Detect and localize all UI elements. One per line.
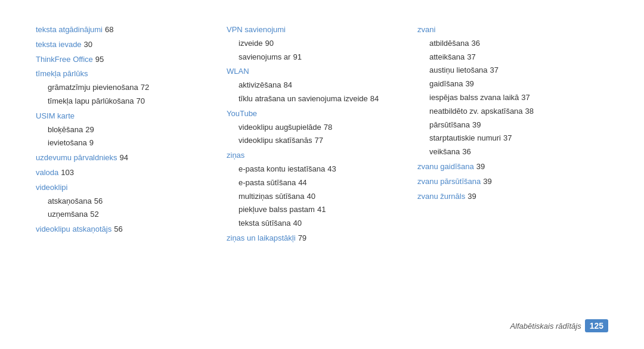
page-number: 37	[467, 52, 475, 61]
index-link[interactable]: videoklipi	[36, 183, 67, 192]
list-item: valoda103	[36, 167, 215, 179]
index-link[interactable]: videoklipu atskaņotājs	[36, 225, 112, 233]
entry-group: zvanu žurnāls39	[417, 191, 596, 203]
list-item: ziņas	[227, 149, 405, 162]
page-number: 30	[84, 40, 92, 49]
page-number: 79	[298, 233, 306, 242]
index-link[interactable]: valoda	[36, 168, 58, 177]
page-number: 84	[370, 94, 379, 103]
sub-entry: multiziņas sūtīšana40	[227, 191, 405, 203]
sub-entry: ievietošana9	[36, 137, 215, 149]
sub-entry: izveide90	[227, 38, 405, 50]
footer-label: Alfabētiskais rādītājs	[510, 322, 581, 331]
page-number: 40	[293, 219, 301, 228]
entry-group: ziņas un laikapstākļi79	[227, 232, 405, 245]
list-item: ziņas un laikapstākļi79	[227, 232, 405, 245]
sub-entry: grāmatzīmju pievienošana72	[36, 82, 215, 94]
entry-group: USIM karte bloķēšana29 ievietošana9	[36, 110, 215, 149]
page-number: 37	[521, 93, 530, 102]
page-number: 41	[317, 205, 326, 214]
index-link[interactable]: zvanu pārsūtīšana	[417, 177, 481, 186]
page-number: 56	[114, 225, 122, 233]
index-link[interactable]: WLAN	[227, 67, 249, 76]
entry-group: teksta ievade30	[36, 39, 215, 51]
page-number: 91	[293, 52, 301, 61]
index-link[interactable]: VPN savienojumi	[227, 25, 286, 34]
page-number: 94	[120, 153, 128, 162]
index-link[interactable]: ThinkFree Office	[36, 55, 93, 64]
list-item: tīmekļa pārlūks	[36, 68, 215, 80]
list-item: ThinkFree Office95	[36, 54, 215, 66]
sub-entry: aktivizēšana84	[227, 79, 405, 92]
index-link[interactable]: uzdevumu pārvaldnieks	[36, 153, 117, 162]
index-column-2: VPN savienojumi izveide90 savienojums ar…	[227, 24, 417, 325]
index-link[interactable]: ziņas	[227, 151, 244, 160]
page-number: 103	[61, 168, 74, 177]
sub-entry: e-pasta sūtīšana44	[227, 177, 405, 189]
sub-entry: austiņu lietošana37	[417, 64, 596, 77]
entry-group: ThinkFree Office95	[36, 54, 215, 66]
entry-group: zvani atbildēšana36 atteikšana37 austiņu…	[417, 24, 596, 158]
list-item: zvani	[417, 24, 596, 36]
index-link[interactable]: zvanu žurnāls	[417, 192, 465, 201]
index-link[interactable]: teksta atgādinājumi	[36, 25, 103, 34]
entry-group: ziņas e-pasta kontu iestatīšana43 e-past…	[227, 149, 405, 230]
list-item: videoklipi	[36, 182, 215, 194]
sub-entry: neatbildēto zv. apskatīšana38	[417, 105, 596, 118]
page-number: 39	[465, 79, 473, 88]
page-number: 68	[105, 25, 113, 34]
sub-entry: iespējas balss zvana laikā37	[417, 92, 596, 104]
index-column-1: teksta atgādinājumi68 teksta ievade30 Th…	[36, 24, 227, 325]
entry-group: YouTube videoklipu augšupielāde78 videok…	[227, 108, 405, 147]
index-link[interactable]: teksta ievade	[36, 40, 82, 49]
entry-group: teksta atgādinājumi68	[36, 24, 215, 36]
entry-group: zvanu pārsūtīšana39	[417, 176, 596, 188]
list-item: zvanu gaidīšana39	[417, 161, 596, 173]
index-link-youtube[interactable]: YouTube	[227, 109, 257, 118]
sub-entry: videoklipu augšupielāde78	[227, 121, 405, 134]
entry-group: tīmekļa pārlūks grāmatzīmju pievienošana…	[36, 68, 215, 107]
index-link[interactable]: zvani	[417, 25, 435, 34]
sub-entry: pārsūtīšana39	[417, 119, 596, 132]
list-item: VPN savienojumi	[227, 24, 405, 36]
page-number: 37	[503, 133, 512, 142]
sub-entry: gaidīšana39	[417, 78, 596, 91]
index-column-3: zvani atbildēšana36 atteikšana37 austiņu…	[417, 24, 608, 325]
footer: Alfabētiskais rādītājs 125	[510, 319, 608, 332]
entry-group: uzdevumu pārvaldnieks94	[36, 152, 215, 164]
index-link[interactable]: tīmekļa pārlūks	[36, 69, 88, 78]
sub-entry: veikšana36	[417, 146, 596, 158]
sub-entry: piekļuve balss pastam41	[227, 204, 405, 216]
list-item: videoklipu atskaņotājs56	[36, 223, 215, 236]
sub-entry: teksta sūtīšana40	[227, 217, 405, 230]
page-number: 72	[141, 83, 149, 92]
entry-group: zvanu gaidīšana39	[417, 161, 596, 173]
list-item: uzdevumu pārvaldnieks94	[36, 152, 215, 164]
page-number: 38	[525, 107, 534, 116]
list-item: zvanu pārsūtīšana39	[417, 176, 596, 188]
entry-group: WLAN aktivizēšana84 tīklu atrašana un sa…	[227, 66, 405, 105]
sub-entry: bloķēšana29	[36, 124, 215, 136]
entry-group: videoklipi atskaņošana56 uzņemšana52	[36, 182, 215, 221]
entry-group: VPN savienojumi izveide90 savienojums ar…	[227, 24, 405, 63]
page-number: 43	[327, 164, 336, 173]
sub-entry: atteikšana37	[417, 51, 596, 64]
index-link[interactable]: USIM karte	[36, 111, 75, 120]
sub-entry: atskaņošana56	[36, 195, 215, 208]
list-item: zvanu žurnāls39	[417, 191, 596, 203]
sub-entry: savienojums ar91	[227, 51, 405, 64]
list-item: teksta ievade30	[36, 39, 215, 51]
page-number: 37	[490, 66, 499, 74]
sub-entry: tīklu atrašana un savienojuma izveide84	[227, 93, 405, 105]
list-item: teksta atgādinājumi68	[36, 24, 215, 36]
page-number: 77	[315, 136, 323, 145]
page-container: teksta atgādinājumi68 teksta ievade30 Th…	[0, 0, 644, 349]
index-link[interactable]: ziņas un laikapstākļi	[227, 233, 296, 242]
index-link[interactable]: zvanu gaidīšana	[417, 162, 474, 171]
page-number: 40	[307, 192, 315, 201]
page-number: 9	[89, 138, 94, 147]
page-number: 39	[467, 192, 476, 201]
list-item: WLAN	[227, 66, 405, 78]
footer-page-badge: 125	[585, 319, 608, 332]
page-number: 90	[265, 39, 273, 48]
